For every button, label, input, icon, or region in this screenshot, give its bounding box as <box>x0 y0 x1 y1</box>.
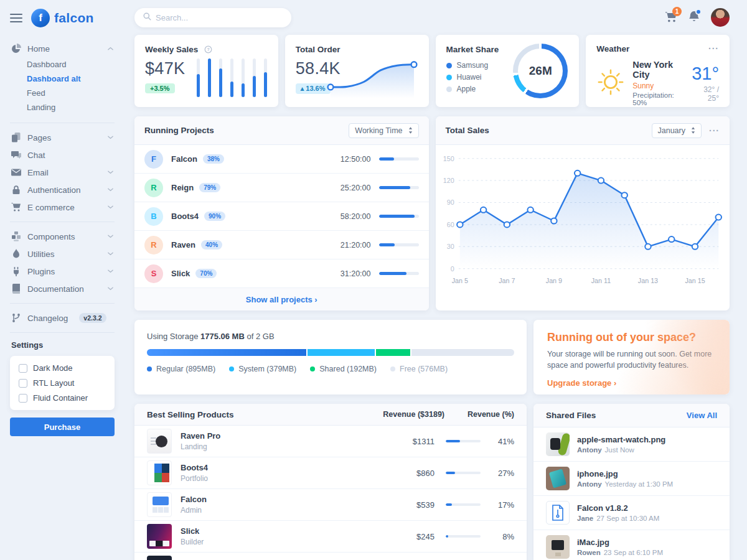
setting-option-fluid-container: Fluid Container <box>19 393 106 403</box>
search-input[interactable] <box>156 13 283 22</box>
weekly-sales-card: Weekly Sales ? $47K +3.5% <box>134 35 278 107</box>
file-author: Rowen <box>577 549 601 556</box>
storage-bar <box>147 349 514 356</box>
file-name-link[interactable]: iphone.jpg <box>577 469 673 478</box>
sidebar-item-e-commerce[interactable]: E commerce <box>10 198 115 216</box>
project-row-right: 12:50:00 <box>341 155 419 164</box>
envelope-icon <box>11 167 21 177</box>
weekly-sales-bar <box>242 58 245 97</box>
setting-option-label: Dark Mode <box>33 363 73 373</box>
view-all-link[interactable]: View All <box>687 411 717 420</box>
brand-logo[interactable]: f falcon <box>31 9 94 27</box>
chevron-down-icon <box>108 136 113 139</box>
legend-dot <box>310 366 315 371</box>
sidebar-item-utilities[interactable]: Utilities <box>10 245 115 263</box>
product-row-boots4: Boots4Portfolio$86027% <box>134 457 527 489</box>
sidebar-item-pages[interactable]: Pages <box>10 129 115 146</box>
weekly-sales-title: Weekly Sales <box>145 45 198 54</box>
sidebar-item-dashboard[interactable]: Dashboard <box>27 57 115 72</box>
total-sales-menu-button[interactable]: ··· <box>709 126 720 136</box>
project-name[interactable]: Reign <box>171 183 194 192</box>
help-icon[interactable]: ? <box>204 45 212 54</box>
file-row-imac-jpg: iMac.jpgRowen23 Sep at 6:10 PM <box>533 530 730 560</box>
product-name[interactable]: Slick <box>181 526 204 536</box>
svg-text:120: 120 <box>443 177 454 184</box>
chevron-down-icon <box>108 205 113 209</box>
weather-menu-button[interactable]: ··· <box>708 44 719 54</box>
legend-label: Samsung <box>457 61 489 70</box>
product-name[interactable]: Boots4 <box>181 463 208 472</box>
project-name[interactable]: Raven <box>171 240 195 250</box>
project-name[interactable]: Boots4 <box>171 212 199 221</box>
checkbox-rtl-layout[interactable] <box>19 379 27 388</box>
storage-card: Using Storage 1775.06 MB of 2 GB Regular… <box>134 320 527 394</box>
chevron-down-icon <box>108 188 113 192</box>
product-category[interactable]: Landing <box>181 442 220 451</box>
storage-legend: Regular (895MB)System (379MB)Shared (192… <box>147 365 514 373</box>
sidebar-item-landing[interactable]: Landing <box>27 100 115 114</box>
product-thumbnail <box>147 524 172 549</box>
sidebar-item-plugins[interactable]: Plugins <box>10 263 115 280</box>
file-name-link[interactable]: iMac.jpg <box>577 538 663 547</box>
storage-legend-free-576mb: Free (576MB) <box>390 365 448 373</box>
cart-button[interactable]: 1 <box>665 11 677 25</box>
comments-icon <box>11 150 21 160</box>
project-time: 21:20:00 <box>341 241 371 250</box>
product-category[interactable]: Builder <box>181 538 204 546</box>
product-pct: 17% <box>491 500 514 510</box>
nav-divider <box>10 222 115 222</box>
menu-toggle-icon[interactable] <box>10 14 22 22</box>
product-name[interactable]: Falcon <box>181 495 207 504</box>
checkbox-fluid-container[interactable] <box>19 394 27 403</box>
sidebar-item-authentication[interactable]: Authentication <box>10 181 115 198</box>
best-selling-card: Best Selling Products Revenue ($3189) Re… <box>134 404 527 560</box>
checkbox-dark-mode[interactable] <box>19 364 27 373</box>
svg-text:90: 90 <box>446 199 454 207</box>
project-row-slick: SSlick70%31:20:00 <box>134 259 429 288</box>
shared-files-title: Shared Files <box>546 411 596 420</box>
cart-icon <box>11 202 21 212</box>
sidebar-item-email[interactable]: Email <box>10 164 115 181</box>
product-revenue: $245 <box>388 532 435 541</box>
upgrade-space-card: Running out of your space? Your storage … <box>533 320 730 394</box>
svg-text:Jan 13: Jan 13 <box>637 278 657 285</box>
project-name[interactable]: Slick <box>171 269 190 278</box>
project-avatar: B <box>144 207 163 226</box>
show-all-projects-link[interactable]: Show all projects › <box>246 295 317 304</box>
month-select[interactable]: January <box>652 123 702 138</box>
upgrade-space-title: Running out of your space? <box>547 331 716 344</box>
book-icon <box>11 284 21 294</box>
weather-title: Weather <box>596 44 629 54</box>
sidebar-item-dashboard-alt[interactable]: Dashboard alt <box>27 72 115 86</box>
svg-text:60: 60 <box>446 221 454 228</box>
file-name-link[interactable]: Falcon v1.8.2 <box>577 503 659 513</box>
sidebar-item-feed[interactable]: Feed <box>27 86 115 100</box>
notifications-button[interactable] <box>688 11 700 25</box>
setting-option-rtl-layout: RTL Layout <box>19 378 106 388</box>
legend-label: Regular (895MB) <box>156 365 215 373</box>
product-name[interactable]: Raven Pro <box>181 431 220 441</box>
project-row-right: 21:20:00 <box>341 241 419 250</box>
upgrade-storage-link[interactable]: Upgrade storage › <box>547 378 616 388</box>
main-content: 1 Weekly Sales ? $47K +3.5% Total Order … <box>125 0 747 560</box>
file-author: Antony <box>577 446 602 454</box>
sidebar-item-home[interactable]: Home <box>10 40 115 57</box>
project-name[interactable]: Falcon <box>171 154 197 164</box>
total-order-card: Total Order 58.4K ▴ 13.6% <box>285 35 429 107</box>
chart-pie-icon <box>11 44 21 54</box>
sidebar-item-documentation[interactable]: Documentation <box>10 280 115 297</box>
sidebar-item-chat[interactable]: Chat <box>10 146 115 164</box>
user-avatar[interactable] <box>711 8 730 27</box>
sidebar-item-components[interactable]: Components <box>10 228 115 245</box>
working-time-select[interactable]: Working Time <box>349 123 418 138</box>
svg-text:Jan 11: Jan 11 <box>591 278 611 285</box>
sidebar-item-changelog[interactable]: Changelogv2.3.2 <box>10 309 115 327</box>
purchase-button[interactable]: Purchase <box>10 418 115 436</box>
product-category[interactable]: Portfolio <box>181 474 208 483</box>
file-thumbnail <box>546 432 570 456</box>
file-name-link[interactable]: apple-smart-watch.png <box>577 435 665 444</box>
sidebar-nav: HomeDashboardDashboard altFeedLandingPag… <box>10 40 115 327</box>
file-thumbnail <box>546 467 570 490</box>
sidebar-item-label: Pages <box>27 133 51 142</box>
product-category[interactable]: Admin <box>181 506 207 515</box>
